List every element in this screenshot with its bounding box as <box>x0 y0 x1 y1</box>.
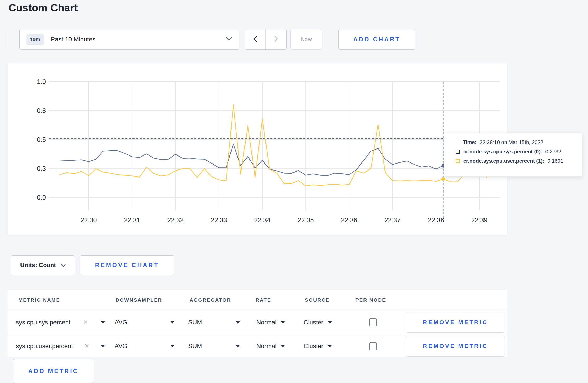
aggregator-value: SUM <box>188 319 202 326</box>
time-window-label: Past 10 Minutes <box>51 36 95 43</box>
chevron-down-icon <box>61 262 66 269</box>
tooltip-time-label: Time: <box>463 139 477 145</box>
now-button[interactable]: Now <box>290 29 322 50</box>
time-pager <box>245 29 287 50</box>
svg-text:0.0: 0.0 <box>37 194 46 201</box>
remove-metric-button[interactable]: REMOVE METRIC <box>406 312 505 333</box>
col-header-per-node: PER NODE <box>355 297 386 303</box>
time-range-dropdown[interactable]: 10m Past 10 Minutes <box>19 29 239 50</box>
svg-text:22:35: 22:35 <box>298 216 314 224</box>
tooltip-series-name: cr.node.sys.cpu.user.percent (1): <box>463 158 544 164</box>
chevron-right-icon <box>274 35 279 44</box>
tooltip-series-value: 0.1601 <box>547 158 563 164</box>
remove-chart-button[interactable]: REMOVE CHART <box>80 255 174 275</box>
chevron-left-icon <box>253 35 258 44</box>
aggregator-dropdown[interactable]: SUM <box>188 334 240 358</box>
chevron-down-icon <box>226 37 232 42</box>
series-swatch-user <box>456 159 460 163</box>
units-dropdown[interactable]: Units: Count <box>11 255 75 275</box>
metric-row: sys.cpu.sys.percent ✕ AVG SUM Normal Clu… <box>8 310 507 334</box>
tooltip-series-value: 0.2732 <box>545 149 561 155</box>
svg-text:0.8: 0.8 <box>37 107 46 114</box>
rate-value: Normal <box>256 319 276 326</box>
source-dropdown[interactable]: Cluster <box>304 310 332 334</box>
chart-tooltip: Time: 22:38:10 on Mar 15th, 2022 cr.node… <box>444 133 582 177</box>
downsampler-value: AVG <box>115 319 127 326</box>
dropdown-arrow-icon <box>281 321 285 324</box>
remove-metric-button[interactable]: REMOVE METRIC <box>406 336 505 357</box>
series-swatch-sys <box>456 150 460 154</box>
chart-card: 22:3022:3122:3222:3322:3422:3522:3622:37… <box>8 63 507 235</box>
clear-metric-icon[interactable]: ✕ <box>83 319 88 326</box>
page-title: Custom Chart <box>9 2 78 14</box>
svg-text:22:38: 22:38 <box>428 216 444 224</box>
dropdown-arrow-icon <box>327 345 332 347</box>
dropdown-arrow-icon <box>101 345 105 347</box>
metrics-table: METRIC NAME DOWNSAMPLER AGGREGATOR RATE … <box>8 290 507 358</box>
metric-name-dropdown[interactable]: sys.cpu.user.percent ✕ <box>16 334 105 358</box>
dropdown-arrow-icon <box>327 321 332 324</box>
toolbar-divider <box>8 29 8 50</box>
downsampler-dropdown[interactable]: AVG <box>115 334 175 358</box>
per-node-checkbox[interactable] <box>369 318 377 326</box>
source-value: Cluster <box>304 343 323 350</box>
next-interval-button[interactable] <box>266 29 286 49</box>
rate-value: Normal <box>256 343 276 350</box>
downsampler-dropdown[interactable]: AVG <box>115 310 175 334</box>
dropdown-arrow-icon <box>170 321 175 324</box>
dropdown-arrow-icon <box>281 345 285 347</box>
svg-text:22:33: 22:33 <box>211 216 227 224</box>
svg-text:22:37: 22:37 <box>384 216 401 224</box>
col-header-metric-name: METRIC NAME <box>18 297 60 303</box>
aggregator-value: SUM <box>188 343 202 350</box>
svg-text:22:36: 22:36 <box>341 216 357 224</box>
tooltip-time-value: 22:38:10 on Mar 15th, 2022 <box>480 139 543 145</box>
svg-text:1.0: 1.0 <box>37 78 46 85</box>
time-window-badge: 10m <box>26 34 44 45</box>
source-dropdown[interactable]: Cluster <box>304 334 332 358</box>
clear-metric-icon[interactable]: ✕ <box>84 343 89 350</box>
svg-text:22:30: 22:30 <box>81 216 97 224</box>
aggregator-dropdown[interactable]: SUM <box>188 310 240 334</box>
metric-name-value: sys.cpu.sys.percent <box>16 319 71 326</box>
units-label: Units: Count <box>20 262 56 269</box>
svg-text:22:39: 22:39 <box>471 216 488 224</box>
col-header-aggregator: AGGREGATOR <box>190 297 231 303</box>
add-chart-button[interactable]: ADD CHART <box>338 29 415 50</box>
metrics-table-header: METRIC NAME DOWNSAMPLER AGGREGATOR RATE … <box>8 290 507 310</box>
tooltip-series-name: cr.node.sys.cpu.sys.percent (0): <box>463 149 542 155</box>
per-node-checkbox[interactable] <box>369 342 377 350</box>
svg-text:0.3: 0.3 <box>37 165 46 172</box>
rate-dropdown[interactable]: Normal <box>256 310 285 334</box>
col-header-source: SOURCE <box>305 297 330 303</box>
svg-text:22:32: 22:32 <box>167 216 184 224</box>
add-metric-button[interactable]: ADD METRIC <box>13 359 94 383</box>
prev-interval-button[interactable] <box>245 29 266 49</box>
col-header-rate: RATE <box>256 297 271 303</box>
svg-text:0.5: 0.5 <box>37 136 46 143</box>
dropdown-arrow-icon <box>235 321 240 324</box>
metric-name-dropdown[interactable]: sys.cpu.sys.percent ✕ <box>16 310 105 334</box>
metric-row: sys.cpu.user.percent ✕ AVG SUM Normal Cl… <box>8 334 507 358</box>
chart-svg[interactable]: 22:3022:3122:3222:3322:3422:3522:3622:37… <box>8 63 507 236</box>
source-value: Cluster <box>304 319 323 326</box>
svg-text:22:31: 22:31 <box>124 216 140 224</box>
downsampler-value: AVG <box>115 343 127 350</box>
dropdown-arrow-icon <box>235 345 240 347</box>
rate-dropdown[interactable]: Normal <box>256 334 285 358</box>
col-header-downsampler: DOWNSAMPLER <box>116 297 162 303</box>
dropdown-arrow-icon <box>170 345 175 347</box>
dropdown-arrow-icon <box>101 321 105 324</box>
metric-name-value: sys.cpu.user.percent <box>16 343 73 350</box>
svg-text:22:34: 22:34 <box>254 216 270 224</box>
